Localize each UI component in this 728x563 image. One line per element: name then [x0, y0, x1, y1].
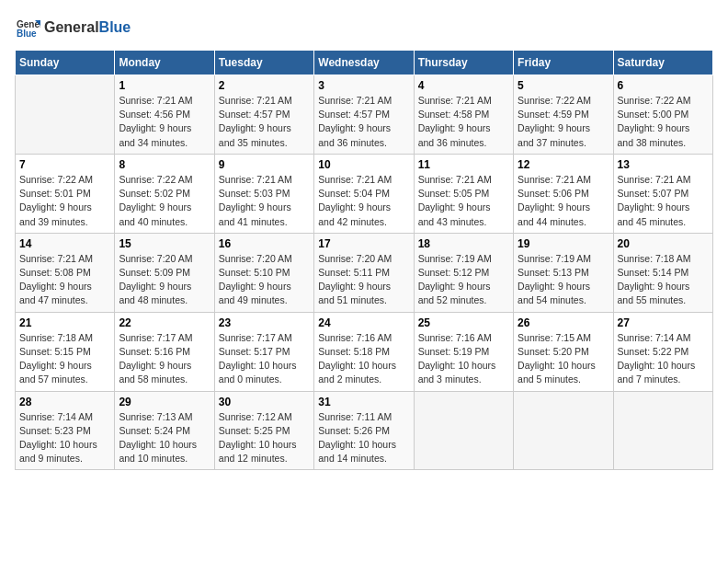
day-info: Sunrise: 7:19 AM Sunset: 5:13 PM Dayligh… [518, 252, 609, 308]
day-info: Sunrise: 7:12 AM Sunset: 5:25 PM Dayligh… [219, 410, 310, 466]
day-number: 15 [119, 237, 210, 250]
calendar-cell: 2Sunrise: 7:21 AM Sunset: 4:57 PM Daylig… [214, 75, 313, 155]
day-info: Sunrise: 7:17 AM Sunset: 5:16 PM Dayligh… [119, 331, 210, 387]
calendar-cell: 25Sunrise: 7:16 AM Sunset: 5:19 PM Dayli… [414, 312, 513, 391]
column-header-friday: Friday [514, 51, 613, 75]
day-number: 28 [19, 396, 110, 408]
day-number: 23 [219, 316, 310, 329]
day-number: 4 [418, 79, 509, 92]
day-number: 9 [219, 158, 310, 171]
calendar-cell: 17Sunrise: 7:20 AM Sunset: 5:11 PM Dayli… [314, 233, 414, 312]
day-number: 1 [119, 79, 210, 92]
column-header-tuesday: Tuesday [214, 51, 313, 75]
calendar-cell: 16Sunrise: 7:20 AM Sunset: 5:10 PM Dayli… [214, 233, 313, 312]
day-number: 10 [318, 158, 409, 171]
calendar-cell [613, 391, 712, 470]
week-row-3: 14Sunrise: 7:21 AM Sunset: 5:08 PM Dayli… [16, 233, 713, 312]
day-number: 12 [518, 158, 609, 171]
logo-icon: General Blue [15, 15, 40, 40]
day-info: Sunrise: 7:22 AM Sunset: 5:02 PM Dayligh… [119, 173, 210, 229]
calendar-cell: 13Sunrise: 7:21 AM Sunset: 5:07 PM Dayli… [613, 154, 712, 233]
logo-blue: Blue [99, 19, 131, 35]
day-info: Sunrise: 7:21 AM Sunset: 5:07 PM Dayligh… [618, 173, 709, 229]
day-number: 14 [19, 237, 110, 250]
day-number: 5 [518, 79, 609, 92]
day-number: 6 [618, 79, 709, 92]
day-number: 21 [19, 316, 110, 329]
calendar-cell: 27Sunrise: 7:14 AM Sunset: 5:22 PM Dayli… [613, 312, 712, 391]
calendar-cell [514, 391, 613, 470]
week-row-2: 7Sunrise: 7:22 AM Sunset: 5:01 PM Daylig… [16, 154, 713, 233]
calendar-cell: 8Sunrise: 7:22 AM Sunset: 5:02 PM Daylig… [115, 154, 214, 233]
calendar-cell: 22Sunrise: 7:17 AM Sunset: 5:16 PM Dayli… [115, 312, 214, 391]
day-info: Sunrise: 7:21 AM Sunset: 4:57 PM Dayligh… [219, 94, 310, 150]
day-info: Sunrise: 7:22 AM Sunset: 4:59 PM Dayligh… [518, 94, 609, 150]
calendar-cell [16, 75, 115, 155]
calendar-cell: 11Sunrise: 7:21 AM Sunset: 5:05 PM Dayli… [414, 154, 513, 233]
day-info: Sunrise: 7:15 AM Sunset: 5:20 PM Dayligh… [518, 331, 609, 387]
day-info: Sunrise: 7:21 AM Sunset: 5:08 PM Dayligh… [19, 252, 110, 308]
day-number: 13 [618, 158, 709, 171]
column-header-sunday: Sunday [16, 51, 115, 75]
day-number: 2 [219, 79, 310, 92]
calendar-cell: 24Sunrise: 7:16 AM Sunset: 5:18 PM Dayli… [314, 312, 414, 391]
day-number: 16 [219, 237, 310, 250]
calendar-cell: 31Sunrise: 7:11 AM Sunset: 5:26 PM Dayli… [314, 391, 414, 470]
calendar-cell: 4Sunrise: 7:21 AM Sunset: 4:58 PM Daylig… [414, 75, 513, 155]
calendar-cell: 18Sunrise: 7:19 AM Sunset: 5:12 PM Dayli… [414, 233, 513, 312]
day-number: 26 [518, 316, 609, 329]
day-info: Sunrise: 7:14 AM Sunset: 5:22 PM Dayligh… [618, 331, 709, 387]
day-info: Sunrise: 7:13 AM Sunset: 5:24 PM Dayligh… [119, 410, 210, 466]
day-info: Sunrise: 7:21 AM Sunset: 5:03 PM Dayligh… [219, 173, 310, 229]
day-number: 7 [19, 158, 110, 171]
day-number: 17 [318, 237, 409, 250]
calendar-cell: 10Sunrise: 7:21 AM Sunset: 5:04 PM Dayli… [314, 154, 414, 233]
day-number: 8 [119, 158, 210, 171]
day-info: Sunrise: 7:20 AM Sunset: 5:11 PM Dayligh… [318, 252, 409, 308]
day-info: Sunrise: 7:20 AM Sunset: 5:10 PM Dayligh… [219, 252, 310, 308]
day-info: Sunrise: 7:21 AM Sunset: 4:56 PM Dayligh… [119, 94, 210, 150]
column-header-monday: Monday [115, 51, 214, 75]
day-number: 20 [618, 237, 709, 250]
day-info: Sunrise: 7:16 AM Sunset: 5:18 PM Dayligh… [318, 331, 409, 387]
column-header-saturday: Saturday [613, 51, 712, 75]
day-number: 24 [318, 316, 409, 329]
calendar-cell: 7Sunrise: 7:22 AM Sunset: 5:01 PM Daylig… [16, 154, 115, 233]
calendar-cell: 26Sunrise: 7:15 AM Sunset: 5:20 PM Dayli… [514, 312, 613, 391]
day-info: Sunrise: 7:21 AM Sunset: 5:05 PM Dayligh… [418, 173, 509, 229]
day-number: 31 [318, 396, 409, 408]
day-number: 19 [518, 237, 609, 250]
logo-general: General [44, 19, 99, 35]
week-row-4: 21Sunrise: 7:18 AM Sunset: 5:15 PM Dayli… [16, 312, 713, 391]
day-number: 25 [418, 316, 509, 329]
column-header-thursday: Thursday [414, 51, 513, 75]
header: General Blue GeneralBlue [15, 15, 713, 40]
day-info: Sunrise: 7:17 AM Sunset: 5:17 PM Dayligh… [219, 331, 310, 387]
calendar-cell: 12Sunrise: 7:21 AM Sunset: 5:06 PM Dayli… [514, 154, 613, 233]
calendar-cell: 14Sunrise: 7:21 AM Sunset: 5:08 PM Dayli… [16, 233, 115, 312]
day-info: Sunrise: 7:21 AM Sunset: 5:06 PM Dayligh… [518, 173, 609, 229]
day-info: Sunrise: 7:21 AM Sunset: 5:04 PM Dayligh… [318, 173, 409, 229]
calendar-table: SundayMondayTuesdayWednesdayThursdayFrid… [15, 50, 713, 470]
calendar-cell: 1Sunrise: 7:21 AM Sunset: 4:56 PM Daylig… [115, 75, 214, 155]
calendar-cell: 9Sunrise: 7:21 AM Sunset: 5:03 PM Daylig… [214, 154, 313, 233]
logo: General Blue GeneralBlue [15, 15, 131, 40]
day-info: Sunrise: 7:18 AM Sunset: 5:15 PM Dayligh… [19, 331, 110, 387]
week-row-1: 1Sunrise: 7:21 AM Sunset: 4:56 PM Daylig… [16, 75, 713, 155]
day-number: 30 [219, 396, 310, 408]
day-info: Sunrise: 7:22 AM Sunset: 5:00 PM Dayligh… [618, 94, 709, 150]
day-number: 22 [119, 316, 210, 329]
calendar-cell: 20Sunrise: 7:18 AM Sunset: 5:14 PM Dayli… [613, 233, 712, 312]
day-info: Sunrise: 7:16 AM Sunset: 5:19 PM Dayligh… [418, 331, 509, 387]
day-number: 11 [418, 158, 509, 171]
day-number: 29 [119, 396, 210, 408]
day-info: Sunrise: 7:21 AM Sunset: 4:58 PM Dayligh… [418, 94, 509, 150]
calendar-cell: 3Sunrise: 7:21 AM Sunset: 4:57 PM Daylig… [314, 75, 414, 155]
calendar-cell: 5Sunrise: 7:22 AM Sunset: 4:59 PM Daylig… [514, 75, 613, 155]
header-row: SundayMondayTuesdayWednesdayThursdayFrid… [16, 51, 713, 75]
calendar-cell [414, 391, 513, 470]
day-info: Sunrise: 7:22 AM Sunset: 5:01 PM Dayligh… [19, 173, 110, 229]
day-number: 18 [418, 237, 509, 250]
column-header-wednesday: Wednesday [314, 51, 414, 75]
day-info: Sunrise: 7:11 AM Sunset: 5:26 PM Dayligh… [318, 410, 409, 466]
